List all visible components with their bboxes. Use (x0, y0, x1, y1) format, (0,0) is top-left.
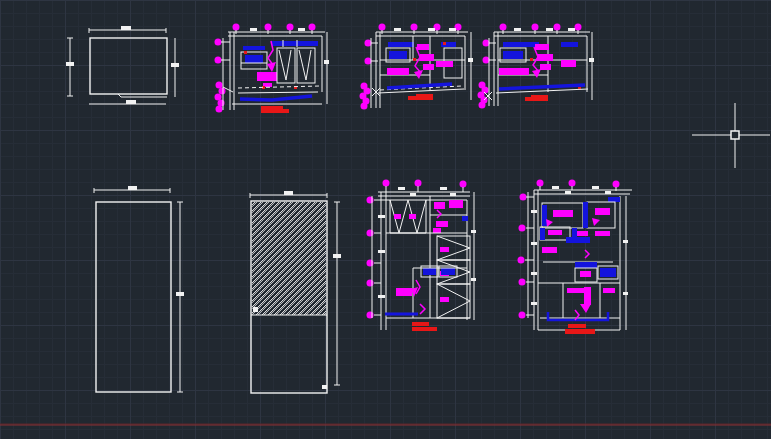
dim-rect-top-left-dim-text[interactable] (121, 26, 131, 30)
floor-plan-4-dim-text[interactable] (471, 230, 476, 233)
floor-plan-5-dim-text[interactable] (623, 292, 628, 295)
floor-plan-2-dim-text[interactable] (428, 28, 435, 31)
floor-plan-5-dim-text[interactable] (531, 242, 537, 245)
floor-plan-1-section-marker[interactable] (261, 106, 289, 113)
floor-plan-4-window-sill[interactable] (462, 216, 468, 221)
floor-plan-2-grid-bubble[interactable] (379, 24, 386, 31)
floor-plan-2-fixture-hatch[interactable] (423, 64, 434, 70)
floor-plan-1-door-swing[interactable] (268, 41, 273, 65)
hatched-elevation-diagonal-hatch[interactable] (252, 202, 326, 315)
floor-plan-5-window-sill[interactable] (540, 228, 545, 240)
floor-plan-5-grid-bubble[interactable] (519, 279, 526, 286)
floor-plan-3-fixture-hatch[interactable] (535, 44, 549, 50)
floor-plan-2-marker-dot[interactable] (443, 42, 446, 45)
floor-plan-4-grid-bubble[interactable] (460, 181, 467, 188)
floor-plan-2-dim-text[interactable] (468, 58, 473, 62)
floor-plan-5-fixture-hatch[interactable] (553, 210, 573, 217)
floor-plan-5-section-marker[interactable] (565, 329, 595, 334)
floor-plan-3-grid-bubble[interactable] (500, 24, 507, 31)
floor-plan-4[interactable] (367, 180, 477, 332)
hatch-line[interactable] (252, 202, 311, 261)
floor-plan-1-fixture-hatch[interactable] (257, 72, 277, 81)
floor-plan-4-window-sill[interactable] (423, 268, 436, 275)
floor-plan-1-hidden-line[interactable] (238, 86, 320, 88)
floor-plan-1-glazing[interactable] (279, 50, 291, 80)
floor-plan-5-window-sill[interactable] (575, 262, 597, 268)
hatched-elevation-hatch-mark[interactable] (253, 307, 258, 312)
dim-rect-top-left-dim-text[interactable] (126, 100, 136, 104)
floor-plan-5-door-swing[interactable] (585, 250, 589, 258)
floor-plan-3-fixture-hatch[interactable] (540, 64, 551, 70)
floor-plan-3-dim-text[interactable] (589, 58, 594, 62)
floor-plan-5-dim-text[interactable] (552, 186, 559, 189)
floor-plan-5-window-sill[interactable] (566, 237, 590, 243)
floor-plan-5-door-arrow[interactable] (592, 218, 600, 226)
floor-plan-2-stair-hatch[interactable] (389, 51, 407, 59)
floor-plan-2-fixture-hatch[interactable] (420, 54, 434, 61)
floor-plan-4-label-hatch[interactable] (409, 214, 416, 219)
floor-plan-1-grid-bubble[interactable] (309, 24, 316, 31)
floor-plan-5-dim-text[interactable] (565, 191, 571, 194)
floor-plan-3-stair-hatch[interactable] (503, 51, 523, 59)
floor-plan-4-fixture-hatch[interactable] (433, 228, 441, 233)
floor-plan-5-grid-bubble[interactable] (520, 194, 527, 201)
floor-plan-3-grid-bubble[interactable] (575, 24, 582, 31)
floor-plan-5-door-arrow[interactable] (546, 219, 553, 227)
floor-plan-2-grid-bubble[interactable] (365, 58, 372, 65)
floor-plan-5-fixture-hatch[interactable] (595, 231, 610, 236)
hatched-elevation-dim-text[interactable] (333, 254, 341, 258)
hatch-line[interactable] (282, 271, 326, 315)
tall-rect-outline[interactable] (94, 186, 184, 392)
floor-plan-4-door-swing[interactable] (437, 210, 441, 218)
floor-plan-5[interactable] (518, 180, 633, 335)
floor-plan-1-stair-hatch[interactable] (245, 55, 263, 63)
floor-plan-3-dim-text[interactable] (568, 28, 575, 31)
dim-rect-top-left-outline[interactable] (90, 38, 167, 94)
floor-plan-5-fixture-hatch[interactable] (577, 231, 588, 236)
floor-plan-1-grid-bubble[interactable] (219, 88, 226, 95)
floor-plan-5-grid-bubble[interactable] (537, 180, 544, 187)
floor-plan-4-dim-text[interactable] (450, 193, 456, 196)
floor-plan-3-section-band[interactable] (499, 85, 585, 89)
floor-plan-1-grid-bubble[interactable] (287, 24, 294, 31)
floor-plan-2-window-sill[interactable] (388, 42, 414, 47)
floor-plan-5-arrow-head[interactable] (580, 304, 591, 313)
floor-plan-2-dim-text[interactable] (449, 28, 456, 31)
floor-plan-5-grid-bubble[interactable] (519, 225, 526, 232)
tall-rect-outline-dim-text[interactable] (176, 292, 184, 296)
hatch-line[interactable] (252, 202, 279, 229)
floor-plan-1-marker-dot[interactable] (244, 51, 247, 54)
hatch-line[interactable] (316, 305, 326, 315)
floor-plan-3-grid-bubble[interactable] (483, 57, 490, 64)
floor-plan-5-grid-bubble[interactable] (613, 181, 620, 188)
floor-plan-3[interactable] (478, 24, 595, 109)
floor-plan-2-marker-dot[interactable] (413, 58, 416, 61)
floor-plan-1-grid-bubble[interactable] (265, 24, 272, 31)
floor-plan-4-fixture-hatch[interactable] (434, 202, 445, 209)
floor-plan-4-dim-text[interactable] (398, 187, 405, 190)
floor-plan-4-label-hatch[interactable] (440, 297, 449, 302)
floor-plan-3-fixture-hatch[interactable] (537, 54, 553, 61)
tall-rect-outline-dim-text[interactable] (128, 186, 137, 190)
floor-plan-2-section-marker[interactable] (408, 94, 433, 100)
floor-plan-3-dim-text[interactable] (546, 28, 553, 31)
floor-plan-4-fixture-hatch[interactable] (396, 288, 412, 296)
floor-plan-5-grid-bubble[interactable] (518, 257, 525, 264)
floor-plan-2-fixture-hatch[interactable] (387, 68, 409, 75)
floor-plan-5-grid-bubble[interactable] (519, 312, 526, 319)
floor-plan-5-fixture-hatch[interactable] (580, 271, 591, 277)
floor-plan-4-dim-text[interactable] (378, 250, 385, 253)
floor-plan-1-dim-text[interactable] (324, 60, 329, 64)
floor-plan-2-dim-text[interactable] (394, 28, 401, 31)
floor-plan-1-grid-bubble[interactable] (216, 82, 223, 89)
floor-plan-3-grid-bubble[interactable] (532, 24, 539, 31)
floor-plan-3-grid-bubble[interactable] (554, 24, 561, 31)
hatched-elevation-hatch-mark[interactable] (322, 385, 327, 389)
floor-plan-3-door-arrow[interactable] (532, 69, 541, 78)
floor-plan-1-grid-bubble[interactable] (215, 57, 222, 64)
floor-plan-3-window-sill[interactable] (503, 42, 539, 47)
floor-plan-5-section-marker[interactable] (568, 324, 586, 328)
hatched-elevation[interactable] (250, 191, 341, 393)
floor-plan-1-grid-bubble[interactable] (215, 39, 222, 46)
floor-plan-5-dim-text[interactable] (592, 186, 599, 189)
